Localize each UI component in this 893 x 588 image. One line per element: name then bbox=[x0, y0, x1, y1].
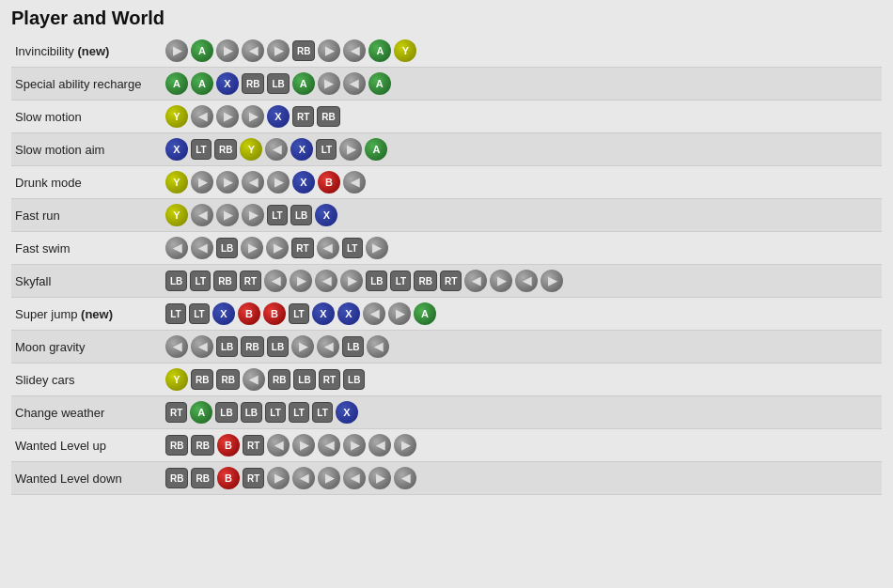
btn-dpad-right bbox=[241, 237, 263, 259]
btn-a: A bbox=[368, 39, 391, 62]
buttons-container: YLTLBX bbox=[165, 204, 878, 226]
btn-lt: LT bbox=[267, 205, 288, 225]
btn-lt: LT bbox=[312, 402, 333, 423]
btn-dpad-right bbox=[343, 434, 366, 456]
btn-b: B bbox=[263, 302, 286, 325]
btn-y: Y bbox=[165, 368, 188, 391]
btn-a: A bbox=[292, 72, 315, 95]
btn-rb: RB bbox=[214, 139, 237, 160]
btn-dpad-left bbox=[394, 467, 416, 489]
btn-x: X bbox=[292, 171, 315, 193]
btn-rt: RT bbox=[440, 271, 462, 291]
btn-rb: RB bbox=[268, 369, 290, 390]
btn-rb: RB bbox=[414, 271, 436, 291]
btn-a: A bbox=[191, 39, 213, 62]
buttons-container: RTALBLBLTLTLTX bbox=[165, 401, 878, 424]
btn-dpad-right bbox=[266, 237, 289, 259]
btn-dpad-right bbox=[340, 270, 363, 292]
btn-dpad-left bbox=[267, 434, 290, 456]
btn-dpad-right bbox=[216, 204, 239, 226]
table-row: Moon gravityLBRBLBLB bbox=[11, 331, 882, 364]
buttons-container: AAXRBLBAA bbox=[165, 72, 878, 95]
cheat-name-cell: Slow motion bbox=[11, 101, 162, 133]
cheat-name-cell: Wanted Level down bbox=[11, 462, 162, 495]
btn-lb: LB bbox=[290, 205, 312, 225]
btn-rb: RB bbox=[165, 435, 188, 456]
btn-dpad-left bbox=[318, 434, 340, 456]
buttons-container: YRBRBRBLBRTLB bbox=[165, 368, 878, 391]
cheat-buttons-cell: RTALBLBLTLTLTX bbox=[162, 396, 882, 429]
btn-rb: RB bbox=[213, 271, 236, 291]
buttons-container: RBRBBRT bbox=[165, 434, 878, 456]
btn-dpad-right bbox=[191, 171, 213, 193]
btn-dpad-right bbox=[290, 270, 312, 292]
btn-lb: LB bbox=[241, 402, 262, 423]
btn-dpad-right bbox=[368, 467, 391, 489]
btn-lt: LT bbox=[289, 402, 309, 423]
btn-dpad-left bbox=[363, 302, 385, 325]
btn-lb: LB bbox=[366, 271, 387, 291]
btn-dpad-left bbox=[191, 335, 213, 358]
btn-rt: RT bbox=[291, 238, 313, 258]
cheat-name-cell: Super jump (new) bbox=[11, 298, 162, 331]
btn-rb: RB bbox=[242, 73, 264, 94]
cheat-buttons-cell: RBRBBRT bbox=[162, 429, 882, 462]
table-row: Fast runYLTLBX bbox=[11, 199, 882, 232]
btn-lb: LB bbox=[165, 271, 187, 291]
cheat-buttons-cell: LBRTLT bbox=[162, 232, 882, 265]
btn-rb: RB bbox=[216, 369, 239, 390]
btn-dpad-left bbox=[165, 335, 188, 358]
btn-lb: LB bbox=[342, 336, 364, 357]
cheat-name-cell: Skyfall bbox=[11, 265, 162, 298]
cheat-name-cell: Special ability recharge bbox=[11, 68, 162, 101]
btn-x: X bbox=[267, 105, 290, 128]
cheat-buttons-cell: AAXRBLBAA bbox=[162, 68, 882, 101]
btn-dpad-left bbox=[191, 237, 213, 259]
buttons-container: RBRBBRT bbox=[165, 467, 878, 489]
btn-a: A bbox=[190, 401, 212, 424]
cheat-name-cell: Fast swim bbox=[11, 232, 162, 265]
btn-lt: LT bbox=[390, 271, 411, 291]
btn-lt: LT bbox=[191, 139, 212, 160]
btn-dpad-left bbox=[264, 270, 287, 292]
btn-x: X bbox=[315, 204, 337, 226]
btn-dpad-left bbox=[315, 270, 337, 292]
btn-x: X bbox=[312, 302, 335, 325]
btn-rb: RB bbox=[241, 336, 263, 357]
btn-dpad-right bbox=[267, 39, 290, 62]
btn-dpad-right bbox=[318, 72, 340, 95]
btn-dpad-left bbox=[343, 467, 366, 489]
table-row: Slidey carsYRBRBRBLBRTLB bbox=[11, 364, 882, 396]
btn-dpad-left bbox=[317, 237, 339, 259]
btn-lb: LB bbox=[215, 402, 237, 423]
btn-rt: RT bbox=[243, 468, 264, 488]
btn-a: A bbox=[368, 72, 391, 95]
btn-lt: LT bbox=[265, 402, 286, 423]
btn-dpad-left bbox=[343, 72, 366, 95]
btn-dpad-right bbox=[318, 39, 340, 62]
btn-a: A bbox=[191, 72, 213, 95]
btn-rt: RT bbox=[240, 271, 261, 291]
table-row: Wanted Level upRBRBBRT bbox=[11, 429, 882, 462]
btn-lt: LT bbox=[190, 271, 211, 291]
btn-dpad-right bbox=[388, 302, 411, 325]
btn-a: A bbox=[365, 138, 387, 161]
cheat-buttons-cell: XLTRBYXLTA bbox=[162, 133, 882, 166]
btn-rt: RT bbox=[319, 369, 340, 390]
btn-rb: RB bbox=[191, 369, 213, 390]
btn-y: Y bbox=[394, 39, 416, 62]
cheat-name-cell: Moon gravity bbox=[11, 331, 162, 364]
btn-rb: RB bbox=[317, 106, 339, 127]
btn-dpad-right bbox=[242, 204, 264, 226]
btn-y: Y bbox=[240, 138, 262, 161]
btn-dpad-left bbox=[317, 335, 339, 358]
btn-dpad-right bbox=[490, 270, 512, 292]
btn-dpad-right bbox=[267, 171, 290, 193]
btn-dpad-right bbox=[394, 434, 416, 456]
buttons-container: LBLTRBRTLBLTRBRT bbox=[165, 270, 878, 292]
buttons-container: YXRTRB bbox=[165, 105, 878, 128]
cheat-buttons-cell: YXB bbox=[162, 166, 882, 199]
buttons-container: XLTRBYXLTA bbox=[165, 138, 878, 161]
table-row: Super jump (new)LTLTXBBLTXXA bbox=[11, 298, 882, 331]
btn-lt: LT bbox=[189, 303, 210, 324]
